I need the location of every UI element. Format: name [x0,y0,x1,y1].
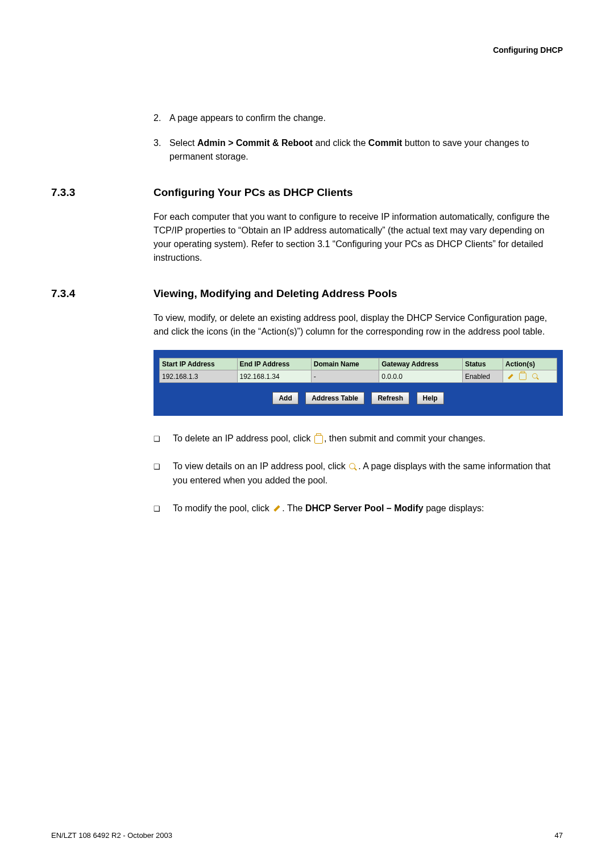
section-number: 7.3.3 [51,186,154,199]
page-name: DHCP Server Pool – Modify [305,503,424,513]
step-2: 2. A page appears to confirm the change. [154,111,563,125]
button-row: Add Address Table Refresh Help [159,392,557,404]
refresh-button[interactable]: Refresh [371,392,409,404]
page-header: Configuring DHCP [51,45,563,55]
bullet-delete: ❑ To delete an IP address pool, click , … [154,432,563,446]
step-number: 2. [154,111,167,125]
col-start-ip: Start IP Address [160,358,238,370]
col-actions: Action(s) [503,358,557,370]
pencil-icon[interactable] [507,373,514,380]
cell-status: Enabled [462,370,503,383]
button-name: Commit [368,138,403,148]
trash-icon [314,435,323,444]
bullet-marker: ❑ [154,502,173,516]
text-fragment: . The [282,503,305,513]
col-end-ip: End IP Address [237,358,311,370]
help-button[interactable]: Help [417,392,444,404]
bullet-modify: ❑ To modify the pool, click . The DHCP S… [154,502,563,516]
col-status: Status [462,358,503,370]
pencil-icon [273,504,281,512]
bullet-marker: ❑ [154,460,173,488]
col-gateway: Gateway Address [379,358,463,370]
step-number: 3. [154,136,167,164]
col-domain: Domain Name [311,358,379,370]
text-fragment: , then submit and commit your changes. [324,433,486,443]
section-7-3-4: 7.3.4 Viewing, Modifying and Deleting Ad… [51,287,563,300]
cell-start-ip: 192.168.1.3 [160,370,238,383]
text-fragment: Select [169,138,197,148]
bullet-text: To modify the pool, click . The DHCP Ser… [173,502,563,516]
address-pool-table-container: Start IP Address End IP Address Domain N… [154,350,563,416]
section-paragraph: For each computer that you want to confi… [154,210,563,265]
address-pool-table: Start IP Address End IP Address Domain N… [159,358,557,383]
page-number: 47 [555,831,563,840]
section-7-3-3: 7.3.3 Configuring Your PCs as DHCP Clien… [51,186,563,199]
bullet-marker: ❑ [154,432,173,446]
section-title: Viewing, Modifying and Deleting Address … [154,287,397,300]
bullet-text: To view details on an IP address pool, c… [173,460,563,488]
trash-icon[interactable] [520,373,527,380]
text-fragment: To view details on an IP address pool, c… [173,461,348,471]
table-header-row: Start IP Address End IP Address Domain N… [160,358,557,370]
section-paragraph: To view, modify, or delete an existing a… [154,311,563,339]
page-footer: EN/LZT 108 6492 R2 - October 2003 47 [51,831,563,840]
section-title: Configuring Your PCs as DHCP Clients [154,186,353,199]
footer-left: EN/LZT 108 6492 R2 - October 2003 [51,831,172,840]
add-button[interactable]: Add [272,392,298,404]
menu-path: Admin > Commit & Reboot [197,138,313,148]
step-text: Select Admin > Commit & Reboot and click… [167,136,563,164]
bullet-view: ❑ To view details on an IP address pool,… [154,460,563,488]
step-text: A page appears to confirm the change. [167,111,563,125]
magnifier-icon [349,463,357,471]
cell-end-ip: 192.168.1.34 [237,370,311,383]
cell-actions [503,370,557,383]
step-3: 3. Select Admin > Commit & Reboot and cl… [154,136,563,164]
address-table-button[interactable]: Address Table [305,392,364,404]
magnifier-icon[interactable] [532,373,539,380]
cell-gateway: 0.0.0.0 [379,370,463,383]
bullet-text: To delete an IP address pool, click , th… [173,432,563,446]
text-fragment: page displays: [424,503,484,513]
text-fragment: and click the [313,138,368,148]
text-fragment: To delete an IP address pool, click [173,433,313,443]
cell-domain: - [311,370,379,383]
section-number: 7.3.4 [51,287,154,300]
text-fragment: To modify the pool, click [173,503,272,513]
table-row: 192.168.1.3 192.168.1.34 - 0.0.0.0 Enabl… [160,370,557,383]
